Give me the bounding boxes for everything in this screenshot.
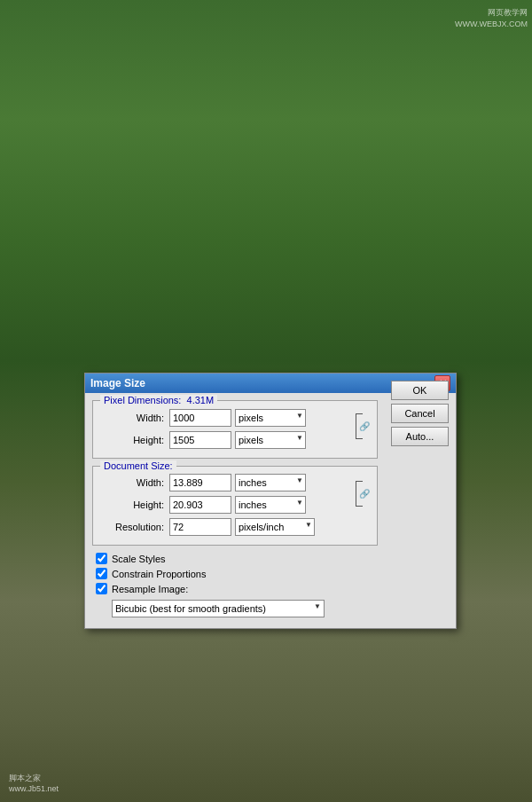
checkboxes-section: Scale Styles Constrain Proportions Resam…	[92, 553, 449, 617]
scale-styles-label: Scale Styles	[112, 554, 166, 564]
doc-height-label: Height:	[102, 499, 164, 510]
doc-width-input[interactable]	[169, 474, 231, 491]
resample-method-wrapper: Nearest Neighbor (preserve hard edges) B…	[112, 600, 325, 617]
pixel-height-input[interactable]	[169, 431, 231, 449]
pixel-width-input[interactable]	[169, 409, 231, 427]
pixel-height-unit-wrapper: pixels percent	[235, 431, 306, 449]
doc-link-bracket: 🔗	[348, 476, 368, 516]
resolution-label: Resolution:	[102, 522, 164, 532]
pixel-dimensions-label: Pixel Dimensions: 4.31M	[100, 395, 217, 405]
doc-width-row: Width: inches cm mm points picas columns	[102, 474, 345, 491]
constrain-proportions-label: Constrain Proportions	[112, 569, 206, 579]
watermark-top: 网页教学网 WWW.WEBJX.COM	[455, 7, 528, 29]
ok-button[interactable]: OK	[391, 381, 449, 400]
doc-width-label: Width:	[102, 477, 164, 488]
pixel-height-row: Height: pixels percent	[102, 431, 345, 449]
doc-link-icon: 🔗	[359, 489, 370, 499]
pixel-dimensions-group: Pixel Dimensions: 4.31M Width: pixels pe…	[92, 400, 378, 459]
document-size-label: Document Size:	[100, 460, 176, 471]
resolution-row: Resolution: pixels/inch pixels/cm	[102, 518, 345, 536]
doc-height-input[interactable]	[169, 496, 231, 514]
pixel-link-bracket: 🔗	[348, 408, 368, 449]
cancel-button[interactable]: Cancel	[391, 404, 449, 423]
pixel-width-unit-select[interactable]: pixels percent	[235, 409, 306, 427]
pixel-height-unit-select[interactable]: pixels percent	[235, 431, 306, 449]
pixel-height-label: Height:	[102, 435, 164, 445]
scale-styles-checkbox[interactable]	[96, 553, 107, 564]
doc-height-unit-wrapper: inches cm mm points picas columns	[235, 496, 306, 514]
pixel-width-row: Width: pixels percent	[102, 409, 345, 427]
resample-method-row: Nearest Neighbor (preserve hard edges) B…	[96, 600, 445, 617]
resolution-input[interactable]	[169, 518, 231, 536]
dialog-body: OK Cancel Auto... Pixel Dimensions: 4.31…	[85, 393, 456, 628]
resample-method-select[interactable]: Nearest Neighbor (preserve hard edges) B…	[112, 600, 325, 617]
doc-width-unit-select[interactable]: inches cm mm points picas columns	[235, 474, 306, 491]
resample-image-checkbox[interactable]	[96, 583, 107, 594]
constrain-proportions-checkbox[interactable]	[96, 568, 107, 579]
image-size-dialog: Image Size ✕ OK Cancel Auto... Pixel Dim…	[84, 373, 457, 629]
dialog-title: Image Size	[90, 377, 434, 389]
constrain-proportions-row: Constrain Proportions	[96, 568, 445, 579]
auto-button[interactable]: Auto...	[391, 427, 449, 446]
pixel-link-icon: 🔗	[359, 421, 370, 431]
scale-styles-row: Scale Styles	[96, 553, 445, 564]
resample-image-label: Resample Image:	[112, 584, 188, 594]
doc-height-row: Height: inches cm mm points picas column…	[102, 496, 345, 514]
resample-image-row: Resample Image:	[96, 583, 445, 594]
document-size-group: Document Size: Width: inches cm mm point…	[92, 466, 378, 546]
doc-width-unit-wrapper: inches cm mm points picas columns	[235, 474, 306, 491]
watermark-bottom: 脚本之家 www.Jb51.net	[9, 773, 59, 793]
pixel-width-label: Width:	[102, 413, 164, 423]
resolution-unit-wrapper: pixels/inch pixels/cm	[235, 518, 315, 536]
buttons-panel: OK Cancel Auto...	[391, 381, 449, 446]
pixel-width-unit-wrapper: pixels percent	[235, 409, 306, 427]
doc-height-unit-select[interactable]: inches cm mm points picas columns	[235, 496, 306, 514]
pixel-dimensions-size: 4.31M	[187, 395, 215, 405]
resolution-unit-select[interactable]: pixels/inch pixels/cm	[235, 518, 315, 536]
